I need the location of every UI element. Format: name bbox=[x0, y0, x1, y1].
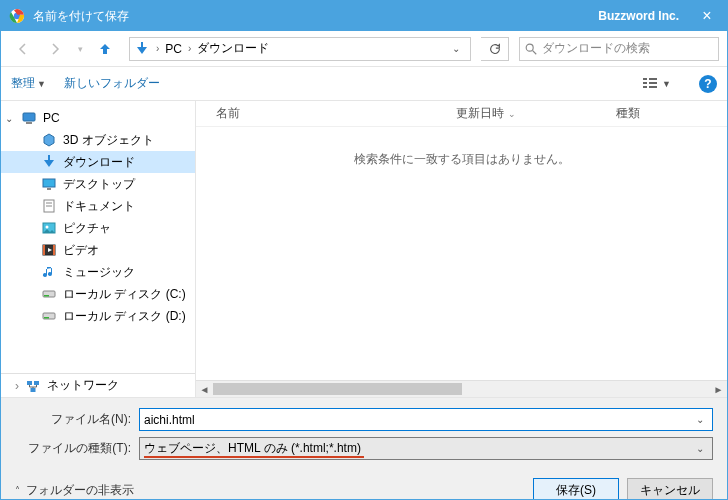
sidebar-item-label: ビデオ bbox=[63, 242, 99, 259]
sidebar-item-label: デスクトップ bbox=[63, 176, 135, 193]
sidebar-item-disk-d[interactable]: ローカル ディスク (D:) bbox=[1, 305, 195, 327]
music-icon bbox=[41, 264, 57, 280]
filename-input[interactable]: aichi.html ⌄ bbox=[139, 408, 713, 431]
filetype-select[interactable]: ウェブページ、HTML のみ (*.html;*.htm) ⌄ bbox=[139, 437, 713, 460]
hide-folders-toggle[interactable]: ˄ フォルダーの非表示 bbox=[15, 482, 134, 499]
expand-icon[interactable]: › bbox=[15, 379, 19, 393]
search-placeholder: ダウンロードの検索 bbox=[542, 40, 650, 57]
network-icon bbox=[25, 378, 41, 394]
up-button[interactable] bbox=[91, 37, 119, 61]
svg-rect-2 bbox=[141, 42, 143, 48]
sidebar-item-label: ローカル ディスク (D:) bbox=[63, 308, 186, 325]
chevron-right-icon: › bbox=[186, 43, 193, 54]
svg-point-3 bbox=[526, 44, 533, 51]
chevron-up-icon: ˄ bbox=[15, 485, 20, 496]
sidebar-item-music[interactable]: ミュージック bbox=[1, 261, 195, 283]
svg-rect-15 bbox=[47, 188, 51, 190]
brand-label: Buzzword Inc. bbox=[598, 9, 679, 23]
svg-rect-30 bbox=[31, 388, 36, 392]
sidebar-item-label: ローカル ディスク (C:) bbox=[63, 286, 186, 303]
sidebar-item-3d[interactable]: 3D オブジェクト bbox=[1, 129, 195, 151]
video-icon bbox=[41, 242, 57, 258]
svg-rect-25 bbox=[44, 295, 49, 297]
svg-rect-12 bbox=[26, 122, 32, 124]
titlebar: 名前を付けて保存 Buzzword Inc. × bbox=[1, 1, 727, 31]
filetype-label: ファイルの種類(T): bbox=[15, 440, 139, 457]
disk-icon bbox=[41, 308, 57, 324]
column-date[interactable]: 更新日時⌄ bbox=[456, 105, 616, 122]
svg-rect-8 bbox=[649, 78, 657, 80]
recent-dropdown[interactable]: ▾ bbox=[73, 37, 87, 61]
svg-rect-23 bbox=[53, 245, 55, 255]
sidebar-item-pictures[interactable]: ピクチャ bbox=[1, 217, 195, 239]
download-icon bbox=[41, 154, 57, 170]
sidebar-item-label: ダウンロード bbox=[63, 154, 135, 171]
sidebar-item-documents[interactable]: ドキュメント bbox=[1, 195, 195, 217]
desktop-icon bbox=[41, 176, 57, 192]
picture-icon bbox=[41, 220, 57, 236]
search-icon bbox=[524, 42, 538, 56]
svg-rect-14 bbox=[43, 179, 55, 187]
svg-rect-5 bbox=[643, 78, 647, 80]
sidebar-item-label: ネットワーク bbox=[47, 377, 119, 394]
cancel-button[interactable]: キャンセル bbox=[627, 478, 713, 500]
dropdown-icon[interactable]: ⌄ bbox=[692, 443, 708, 454]
bottom-panel: ファイル名(N): aichi.html ⌄ ファイルの種類(T): ウェブペー… bbox=[1, 397, 727, 500]
pc-icon bbox=[21, 110, 37, 126]
navbar: ▾ › PC › ダウンロード ⌄ ダウンロードの検索 bbox=[1, 31, 727, 67]
sidebar-item-desktop[interactable]: デスクトップ bbox=[1, 173, 195, 195]
sidebar-item-pc[interactable]: ⌄ PC bbox=[1, 107, 195, 129]
new-folder-button[interactable]: 新しいフォルダー bbox=[64, 75, 160, 92]
chrome-icon bbox=[9, 8, 25, 24]
dropdown-icon[interactable]: ⌄ bbox=[692, 414, 708, 425]
filetype-value: ウェブページ、HTML のみ (*.html;*.htm) bbox=[144, 440, 692, 457]
filename-value: aichi.html bbox=[144, 413, 692, 427]
close-button[interactable]: × bbox=[695, 7, 719, 25]
document-icon bbox=[41, 198, 57, 214]
scroll-right-icon[interactable]: ► bbox=[710, 381, 727, 398]
svg-rect-11 bbox=[23, 113, 35, 121]
cube-icon bbox=[41, 132, 57, 148]
disk-icon bbox=[41, 286, 57, 302]
forward-button[interactable] bbox=[41, 37, 69, 61]
collapse-icon[interactable]: ⌄ bbox=[5, 113, 15, 124]
sidebar-item-videos[interactable]: ビデオ bbox=[1, 239, 195, 261]
help-button[interactable]: ? bbox=[699, 75, 717, 93]
sidebar-item-network[interactable]: › ネットワーク bbox=[1, 373, 195, 397]
crumb-pc[interactable]: PC bbox=[161, 42, 186, 56]
crumb-current[interactable]: ダウンロード bbox=[193, 40, 273, 57]
svg-rect-13 bbox=[48, 155, 50, 161]
refresh-button[interactable] bbox=[481, 37, 509, 61]
horizontal-scrollbar[interactable]: ◄ ► bbox=[196, 380, 727, 397]
sidebar-item-label: ドキュメント bbox=[63, 198, 135, 215]
sidebar-item-label: 3D オブジェクト bbox=[63, 132, 154, 149]
view-mode-button[interactable]: ▼ bbox=[638, 77, 675, 91]
search-input[interactable]: ダウンロードの検索 bbox=[519, 37, 719, 61]
save-button[interactable]: 保存(S) bbox=[533, 478, 619, 500]
svg-line-4 bbox=[533, 50, 537, 54]
breadcrumb-dropdown[interactable]: ⌄ bbox=[446, 43, 466, 54]
sidebar: ⌄ PC 3D オブジェクト ダウンロード デスクトップ ドキュメント ピクチャ… bbox=[1, 101, 196, 397]
scrollbar-thumb[interactable] bbox=[213, 383, 462, 395]
sidebar-item-label: ミュージック bbox=[63, 264, 135, 281]
file-list-area: 名前 更新日時⌄ 種類 検索条件に一致する項目はありません。 ◄ ► bbox=[196, 101, 727, 397]
down-arrow-icon bbox=[134, 41, 150, 57]
column-name[interactable]: 名前 bbox=[216, 105, 456, 122]
sidebar-item-downloads[interactable]: ダウンロード bbox=[1, 151, 195, 173]
organize-menu[interactable]: 整理▼ bbox=[11, 75, 46, 92]
sidebar-item-label: ピクチャ bbox=[63, 220, 111, 237]
column-type[interactable]: 種類 bbox=[616, 105, 696, 122]
sidebar-item-disk-c[interactable]: ローカル ディスク (C:) bbox=[1, 283, 195, 305]
sort-caret-icon: ⌄ bbox=[508, 109, 516, 119]
breadcrumb[interactable]: › PC › ダウンロード ⌄ bbox=[129, 37, 471, 61]
svg-rect-7 bbox=[643, 86, 647, 88]
svg-rect-28 bbox=[27, 381, 32, 385]
back-button[interactable] bbox=[9, 37, 37, 61]
svg-rect-29 bbox=[34, 381, 39, 385]
sidebar-item-label: PC bbox=[43, 111, 60, 125]
svg-rect-6 bbox=[643, 82, 647, 84]
toolbar: 整理▼ 新しいフォルダー ▼ ? bbox=[1, 67, 727, 101]
svg-rect-22 bbox=[43, 245, 45, 255]
scroll-left-icon[interactable]: ◄ bbox=[196, 381, 213, 398]
column-headers: 名前 更新日時⌄ 種類 bbox=[196, 101, 727, 127]
